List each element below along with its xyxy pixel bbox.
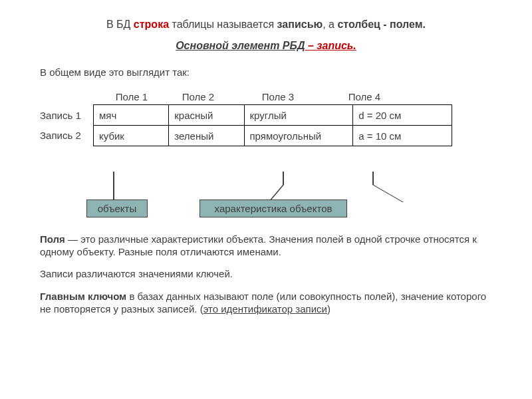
- cell: d = 20 см: [353, 105, 452, 126]
- paragraph-keys: Записи различаются значениями ключей.: [40, 267, 492, 280]
- cell: круглый: [244, 105, 353, 126]
- term-polya: Поля: [40, 233, 65, 245]
- field-label-1: Поле 1: [98, 91, 165, 102]
- paragraph-fields: Поля — это различные характеристики объе…: [40, 233, 492, 258]
- connector-line: [372, 185, 404, 202]
- subtitle-dash: –: [305, 40, 317, 51]
- headline-text: В БД: [106, 19, 134, 30]
- cell: a = 10 см: [353, 126, 452, 146]
- field-label-2: Поле 2: [165, 91, 231, 102]
- paragraph-primary-key: Главным ключом в базах данных называют п…: [40, 290, 492, 315]
- field-label-4: Поле 4: [325, 91, 404, 102]
- term-main-key: Главным ключом: [40, 291, 126, 302]
- cell: прямоугольный: [244, 126, 353, 146]
- headline: В БД строка таблицы называется записью, …: [40, 19, 492, 31]
- headline-text: , а: [323, 19, 337, 30]
- data-table: мяч красный круглый d = 20 см кубик зеле…: [93, 104, 452, 146]
- connector-line: [283, 172, 284, 185]
- row-label-2: Запись 2: [40, 126, 81, 146]
- connector-line: [113, 172, 114, 202]
- field-label-3: Поле 3: [231, 91, 325, 102]
- cell: зеленый: [169, 126, 244, 146]
- subtitle-lead: Основной элемент РБД: [176, 40, 305, 51]
- text: — это различные характеристики объекта. …: [40, 233, 477, 257]
- headline-stroka: строка: [134, 19, 169, 30]
- headline-zapis: записью: [277, 19, 323, 30]
- cell: мяч: [94, 105, 169, 126]
- headline-stolbets: столбец - полем.: [337, 19, 426, 30]
- subtitle-tail: запись.: [317, 40, 356, 51]
- row-label-1: Запись 1: [40, 106, 81, 126]
- badge-objects: объекты: [86, 200, 148, 217]
- cell: кубик: [94, 126, 169, 146]
- table-area: Поле 1 Поле 2 Поле 3 Поле 4 Запись 1 Зап…: [53, 91, 492, 164]
- identifier-note: это идентификатор записи: [203, 303, 327, 315]
- table-row: мяч красный круглый d = 20 см: [94, 105, 452, 126]
- connector-line: [372, 172, 374, 185]
- text: ): [327, 303, 331, 315]
- cell: красный: [169, 105, 244, 126]
- headline-text: таблицы называется: [169, 19, 277, 30]
- table-row: кубик зеленый прямоугольный a = 10 см: [94, 126, 452, 146]
- intro-text: В общем виде это выглядит так:: [40, 66, 492, 78]
- badge-characteristics: характеристика объектов: [200, 200, 347, 217]
- subtitle: Основной элемент РБД – запись.: [40, 40, 492, 52]
